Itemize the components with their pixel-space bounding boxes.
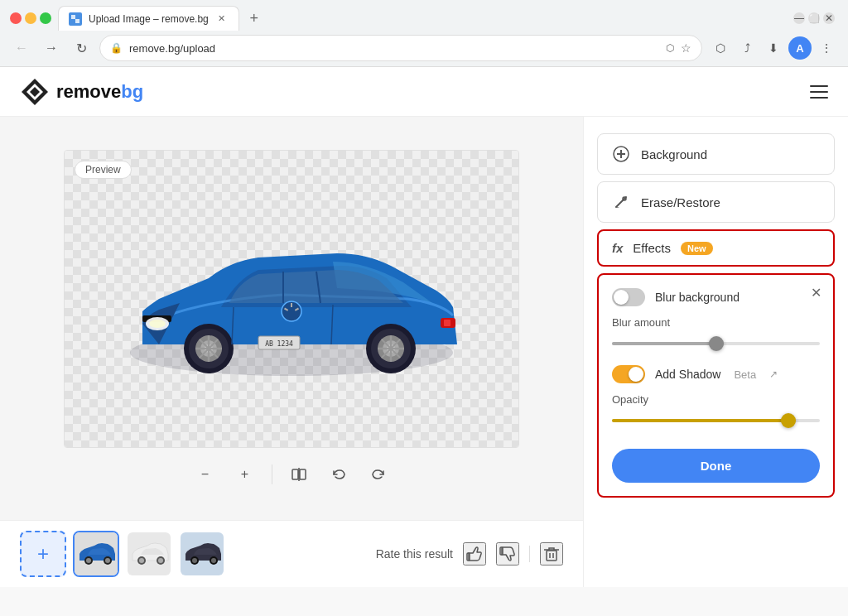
close-window-button[interactable] [10,12,22,24]
blur-background-row: Blur background [612,288,820,306]
add-shadow-label: Add Shadow [655,368,720,381]
right-sidebar: Background Erase/Restore fx Effects New [583,117,848,587]
tab-close-button[interactable]: ✕ [215,12,229,26]
blur-slider-container [612,335,820,352]
thumbnails-area: + [0,520,583,587]
download-button[interactable]: ⬇ [762,36,785,60]
delete-button[interactable] [540,542,563,565]
svg-text:AB 1234: AB 1234 [265,340,293,348]
svg-point-14 [149,320,166,328]
opacity-slider-container [612,412,820,429]
secure-icon: 🔒 [110,42,123,54]
preview-container: Preview [64,150,519,448]
address-bar[interactable]: 🔒 remove.bg/upload ⬡ ☆ [99,35,702,61]
share-button[interactable]: ⤴ [735,36,759,60]
thumbs-up-button[interactable] [463,542,486,565]
forward-button[interactable]: → [40,36,63,60]
blur-amount-label: Blur amount [612,316,820,329]
svg-point-52 [192,558,197,563]
menu-button[interactable]: ⋮ [815,36,838,60]
cast-button[interactable]: ⬡ [709,36,732,60]
app-content: removebg Preview [0,67,848,587]
checkerboard-background: AB 1234 [65,151,518,447]
logo-icon [20,77,50,107]
thumbnail-2[interactable] [126,531,172,577]
svg-point-49 [158,558,163,563]
tab-favicon [69,12,82,26]
window-controls [10,12,51,24]
beta-label: Beta [734,368,756,381]
erase-icon [611,192,631,212]
panel-close-button[interactable]: ✕ [807,283,825,301]
opacity-slider-track [612,419,820,422]
new-badge: New [681,242,713,255]
canvas-area: Preview [0,117,583,520]
svg-point-42 [86,558,91,563]
car-image: AB 1234 [93,179,490,419]
add-image-button[interactable]: + [20,531,66,577]
shadow-toggle[interactable] [612,365,645,383]
blur-slider-thumb[interactable] [709,336,724,351]
browser-chrome: Upload Image – remove.bg ✕ + — ⬜ ✕ ← → ↻… [0,0,848,67]
minimize-btn[interactable]: — [793,12,805,24]
account-button[interactable]: A [788,36,812,60]
maximize-window-button[interactable] [40,12,51,24]
back-button[interactable]: ← [10,36,33,60]
blur-slider-fill [612,342,716,345]
shadow-toggle-knob [629,367,643,382]
preview-label: Preview [75,161,132,179]
effects-button[interactable]: fx Effects New [597,229,835,267]
thumbs-down-button[interactable] [496,542,519,565]
logo-text: removebg [56,81,143,103]
rate-divider [529,546,530,562]
fx-icon: fx [612,241,623,255]
canvas-controls: − + [192,461,392,488]
compare-button[interactable] [286,461,312,488]
new-tab-button[interactable]: + [243,7,266,30]
add-shadow-row: Add Shadow Beta ↗ [612,365,820,383]
controls-divider [272,464,272,484]
close-btn[interactable]: ✕ [823,12,835,24]
opacity-slider-fill [612,419,788,422]
erase-restore-label: Erase/Restore [641,195,720,209]
svg-rect-1 [75,19,80,23]
refresh-button[interactable]: ↻ [70,36,93,60]
svg-point-54 [211,558,216,563]
rate-area: Rate this result [376,542,563,565]
svg-rect-16 [444,320,450,326]
background-button[interactable]: Background [597,133,835,175]
redo-button[interactable] [365,461,392,488]
effects-label: Effects [633,241,671,255]
rate-label: Rate this result [376,547,453,561]
app-header: removebg [0,67,848,117]
restore-btn[interactable]: ⬜ [808,12,820,24]
hamburger-menu[interactable] [810,85,828,99]
minimize-window-button[interactable] [25,12,36,24]
browser-tab[interactable]: Upload Image – remove.bg ✕ [58,6,239,31]
svg-point-44 [105,558,110,563]
svg-rect-57 [547,551,556,561]
bookmark-icon[interactable]: ☆ [681,41,691,55]
done-button[interactable]: Done [612,449,820,483]
erase-restore-button[interactable]: Erase/Restore [597,181,835,223]
blur-toggle[interactable] [612,288,645,306]
thumbnail-3[interactable] [179,531,225,577]
svg-point-47 [139,558,144,563]
opacity-slider-thumb[interactable] [781,413,796,428]
browser-toolbar: ← → ↻ 🔒 remove.bg/upload ⬡ ☆ ⬡ ⤴ ⬇ A ⋮ [0,30,848,66]
svg-rect-0 [71,15,75,19]
effects-panel: ✕ Blur background Blur amount [597,273,835,498]
browser-titlebar: Upload Image – remove.bg ✕ + — ⬜ ✕ [0,0,848,30]
canvas-section: Preview [0,117,583,587]
cast-icon: ⬡ [666,42,674,54]
background-label: Background [641,147,707,161]
thumbnail-1[interactable] [73,531,119,577]
undo-button[interactable] [325,461,352,488]
zoom-out-button[interactable]: − [192,461,219,488]
toolbar-actions: ⬡ ⤴ ⬇ A ⋮ [709,36,838,60]
plus-icon [611,144,631,164]
external-link-icon[interactable]: ↗ [769,368,778,380]
svg-rect-37 [292,469,298,479]
zoom-in-button[interactable]: + [232,461,258,488]
svg-rect-38 [300,469,306,479]
